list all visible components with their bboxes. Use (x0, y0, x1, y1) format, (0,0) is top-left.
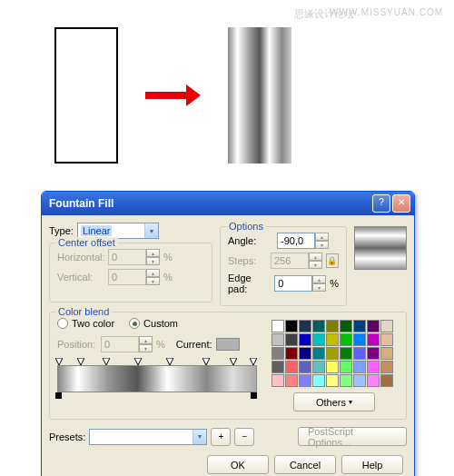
gradient-bar[interactable] (57, 365, 257, 392)
chevron-down-icon: ▾ (144, 223, 158, 238)
palette-cell[interactable] (380, 374, 393, 387)
type-label: Type: (49, 225, 74, 236)
angle-spinner[interactable]: -90,0 ▴▾ (277, 233, 329, 249)
gradient-stop[interactable] (55, 392, 62, 399)
gradient-stop[interactable] (251, 392, 257, 399)
horizontal-label: Horizontal: (57, 252, 104, 263)
palette-cell[interactable] (326, 347, 339, 360)
palette-cell[interactable] (271, 347, 284, 360)
demo-area (54, 27, 291, 164)
palette-cell[interactable] (285, 361, 298, 373)
gradient-marker[interactable] (250, 358, 257, 365)
dialog-title: Fountain Fill (49, 197, 114, 210)
gradient-marker[interactable] (103, 358, 110, 365)
palette-cell[interactable] (340, 333, 352, 346)
steps-label: Steps: (228, 255, 267, 266)
svg-marker-3 (134, 358, 142, 365)
chevron-down-icon: ▾ (192, 430, 206, 444)
palette-cell[interactable] (326, 361, 339, 373)
palette-cell[interactable] (353, 347, 366, 360)
palette-cell[interactable] (367, 347, 380, 360)
help-title-button[interactable]: ? (372, 194, 390, 213)
palette-cell[interactable] (353, 374, 366, 387)
palette-cell[interactable] (312, 347, 325, 360)
svg-marker-2 (103, 358, 110, 365)
help-button[interactable]: Help (341, 455, 403, 474)
palette-cell[interactable] (367, 320, 380, 332)
palette-cell[interactable] (271, 361, 284, 373)
palette-cell[interactable] (340, 320, 352, 332)
center-offset-title: Center offset (55, 237, 118, 248)
palette-cell[interactable] (326, 333, 339, 346)
gradient-marker[interactable] (77, 358, 84, 365)
palette-cell[interactable] (271, 333, 284, 346)
current-label: Current: (176, 339, 212, 350)
preset-remove-button[interactable]: − (234, 428, 254, 446)
palette-cell[interactable] (271, 374, 284, 387)
source-rectangle (54, 27, 118, 164)
horizontal-spinner: 0 ▴▾ (108, 249, 160, 265)
svg-marker-6 (230, 358, 237, 365)
palette-cell[interactable] (312, 333, 325, 346)
custom-radio[interactable]: Custom (129, 318, 178, 329)
palette-cell[interactable] (299, 320, 311, 332)
palette-cell[interactable] (285, 333, 298, 346)
palette-cell[interactable] (285, 347, 298, 360)
gradient-marker[interactable] (230, 358, 237, 365)
watermark-en: WWW.MISSYUAN.COM (330, 7, 443, 17)
palette-cell[interactable] (380, 320, 393, 332)
gradient-marker[interactable] (55, 358, 63, 365)
palette-cell[interactable] (299, 361, 311, 373)
edgepad-label: Edge pad: (228, 273, 271, 294)
ok-button[interactable]: OK (207, 455, 269, 474)
cancel-button[interactable]: Cancel (274, 455, 336, 474)
colorblend-title: Color blend (55, 306, 112, 317)
svg-marker-1 (77, 358, 84, 365)
palette-cell[interactable] (380, 361, 393, 373)
presets-dropdown[interactable]: ▾ (89, 429, 207, 445)
gradient-preview (354, 226, 407, 270)
svg-marker-7 (250, 358, 257, 365)
palette-cell[interactable] (367, 374, 380, 387)
palette-cell[interactable] (312, 320, 325, 332)
gradient-marker[interactable] (202, 358, 210, 365)
palette-cell[interactable] (340, 347, 352, 360)
palette-cell[interactable] (326, 374, 339, 387)
angle-label: Angle: (228, 235, 273, 246)
fountain-fill-dialog: Fountain Fill ? ✕ Type: Linear ▾ Center … (41, 191, 415, 476)
twocolor-radio[interactable]: Two color (57, 318, 114, 329)
palette-cell[interactable] (299, 374, 311, 387)
close-title-button[interactable]: ✕ (392, 194, 410, 213)
gradient-marker[interactable] (134, 358, 142, 365)
palette-cell[interactable] (271, 320, 284, 332)
palette-cell[interactable] (380, 333, 393, 346)
palette-cell[interactable] (299, 347, 311, 360)
vertical-spinner: 0 ▴▾ (108, 269, 160, 285)
palette-cell[interactable] (340, 361, 352, 373)
gradient-marker[interactable] (166, 358, 173, 365)
palette-cell[interactable] (299, 333, 311, 346)
others-button[interactable]: Others ▾ (293, 392, 375, 412)
palette-cell[interactable] (312, 374, 325, 387)
palette-cell[interactable] (353, 333, 366, 346)
palette-cell[interactable] (285, 320, 298, 332)
titlebar[interactable]: Fountain Fill ? ✕ (42, 192, 414, 215)
preset-add-button[interactable]: + (211, 428, 231, 446)
position-label: Position: (57, 339, 97, 350)
position-spinner: 0 ▴▾ (101, 336, 153, 352)
palette-cell[interactable] (367, 333, 380, 346)
lock-icon[interactable]: 🔒 (326, 253, 339, 268)
edgepad-spinner[interactable]: 0 ▴▾ (274, 275, 326, 292)
palette-cell[interactable] (326, 320, 339, 332)
palette-cell[interactable] (312, 361, 325, 373)
palette-cell[interactable] (353, 320, 366, 332)
gradient-editor[interactable] (57, 356, 257, 402)
palette-cell[interactable] (340, 374, 352, 387)
postscript-button: PostScript Options... (298, 427, 407, 446)
palette-cell[interactable] (353, 361, 366, 373)
svg-marker-0 (55, 358, 63, 365)
color-palette[interactable] (270, 318, 399, 389)
palette-cell[interactable] (380, 347, 393, 360)
palette-cell[interactable] (285, 374, 298, 387)
palette-cell[interactable] (367, 361, 380, 373)
